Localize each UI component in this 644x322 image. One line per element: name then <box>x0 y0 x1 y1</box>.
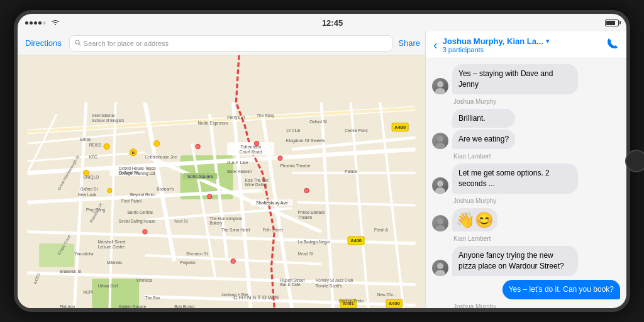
map-side: Directions Search for place or address S… <box>18 31 425 308</box>
svg-text:Sheraton St: Sheraton St <box>186 252 208 256</box>
svg-text:Bar & Cafe: Bar & Cafe <box>280 282 300 287</box>
sender-label: Joshua Murphy <box>453 197 620 204</box>
svg-text:Centre Point: Centre Point <box>345 128 367 133</box>
search-icon <box>75 40 81 47</box>
svg-point-0 <box>75 40 79 44</box>
svg-text:Palace: Palace <box>345 169 357 174</box>
svg-text:Ronnie Scott's: Ronnie Scott's <box>316 284 343 288</box>
svg-text:G.A.Y. Late: G.A.Y. Late <box>227 160 248 165</box>
message-group: 👋😊 <box>432 208 620 232</box>
svg-text:Marshall Street: Marshall Street <box>98 240 126 244</box>
svg-text:International: International <box>92 113 114 118</box>
chevron-down-icon: ▾ <box>546 37 550 45</box>
svg-text:Golden Square: Golden Square <box>118 304 146 308</box>
svg-text:Bob Bicard: Bob Bicard <box>174 304 194 308</box>
svg-text:R: R <box>131 150 135 155</box>
message-group: Let me get some options. 2 seconds ... <box>432 164 620 194</box>
svg-text:Urban Golf: Urban Golf <box>98 284 118 288</box>
svg-text:Shaftesbury Ave: Shaftesbury Ave <box>256 201 288 206</box>
message-row: Yes – staying with Dave and Jenny <box>432 64 620 94</box>
sender-label: Joshua Murphy <box>453 303 620 308</box>
message-group: Yes – let's do it. Can you book? <box>432 280 620 299</box>
svg-text:Rodizio Preto: Rodizio Preto <box>339 299 364 303</box>
svg-text:School of English: School of English <box>92 118 124 123</box>
svg-text:Kiss The Girl: Kiss The Girl <box>245 178 269 182</box>
svg-point-51 <box>104 143 109 149</box>
map-canvas[interactable]: Oxford St Tottenham Court Road Shaftesbu… <box>18 55 425 308</box>
message-bubble: Yes – staying with Dave and Jenny <box>452 64 578 94</box>
back-button[interactable]: ‹ <box>433 38 438 52</box>
svg-rect-4 <box>92 279 139 308</box>
svg-point-134 <box>435 143 445 149</box>
sender-label: Kian Lambert <box>453 235 620 242</box>
chat-header-info: Joshua Murphy, Kian La... ▾ 3 participan… <box>443 36 601 53</box>
home-button[interactable] <box>625 150 644 172</box>
svg-point-135 <box>437 180 443 187</box>
svg-text:Soho Square: Soho Square <box>187 174 213 179</box>
svg-text:Beyond Retro: Beyond Retro <box>130 192 155 197</box>
message-row: Anyone fancy trying the new pizza place … <box>432 246 620 276</box>
svg-text:Phoenix Theatre: Phoenix Theatre <box>280 164 310 168</box>
svg-text:New Look: New Look <box>78 192 97 197</box>
svg-point-58 <box>278 156 282 160</box>
svg-text:Prince Edward: Prince Edward <box>298 210 325 214</box>
svg-text:A400: A400 <box>350 238 362 243</box>
svg-text:Mildreds: Mildreds <box>107 260 123 265</box>
svg-text:Perry's Pl: Perry's Pl <box>227 115 245 120</box>
svg-text:Nude Espresso: Nude Espresso <box>198 121 228 126</box>
message-bubble: Let me get some options. 2 seconds ... <box>452 164 578 194</box>
svg-point-139 <box>437 263 443 269</box>
message-group: Brilliant. Are we eating? <box>432 109 620 150</box>
chat-participants-name: Joshua Murphy, Kian La... <box>443 36 543 46</box>
message-row: Let me get some options. 2 seconds ... <box>432 164 620 194</box>
message-row: Brilliant. Are we eating? <box>432 109 620 150</box>
svg-point-54 <box>108 188 112 192</box>
status-right <box>605 19 619 26</box>
directions-button[interactable]: Directions <box>23 37 64 49</box>
svg-text:10 Club: 10 Club <box>286 128 301 133</box>
signal-dots <box>25 21 46 25</box>
status-left <box>25 19 60 26</box>
svg-text:REISS: REISS <box>89 143 102 147</box>
svg-rect-5 <box>39 243 74 267</box>
svg-text:Raven St: Raven St <box>40 308 57 308</box>
avatar <box>432 260 448 276</box>
svg-text:Ethos: Ethos <box>80 137 91 142</box>
svg-line-1 <box>79 43 80 45</box>
svg-text:UNIQLO: UNIQLO <box>83 175 99 180</box>
message-bubble: Are we eating? <box>452 130 515 149</box>
wifi-icon <box>51 19 60 26</box>
svg-text:Wine Dating: Wine Dating <box>245 182 267 187</box>
svg-text:Frith Street: Frith Street <box>262 228 282 232</box>
svg-point-60 <box>143 230 147 234</box>
svg-text:Jackson + Rye: Jackson + Rye <box>221 292 248 297</box>
call-button[interactable] <box>606 37 619 53</box>
avatar <box>432 215 448 231</box>
svg-point-55 <box>196 144 200 148</box>
message-bubble: Anyone fancy trying the new pizza place … <box>452 246 578 276</box>
message-row: 👋😊 <box>432 208 620 232</box>
svg-text:College Training Ltd: College Training Ltd <box>118 171 155 176</box>
message-row-outgoing: Yes – let's do it. Can you book? <box>432 280 620 299</box>
message-bubble: Brilliant. <box>452 109 515 128</box>
avatar <box>432 177 448 194</box>
svg-point-140 <box>435 270 445 276</box>
sender-label: Kian Lambert <box>453 153 620 160</box>
svg-text:Polpetto: Polpetto <box>180 260 196 265</box>
svg-text:Barrio Central: Barrio Central <box>127 210 153 214</box>
svg-point-52 <box>153 141 159 147</box>
search-bar[interactable]: Search for place or address <box>69 35 394 52</box>
avatar <box>432 133 448 149</box>
battery-icon <box>605 19 619 26</box>
svg-text:La Bodega Negra: La Bodega Negra <box>298 240 331 245</box>
svg-text:Theatre: Theatre <box>298 215 313 219</box>
svg-point-61 <box>231 258 235 263</box>
message-bubble-emoji: 👋😊 <box>452 208 497 232</box>
svg-text:Leisure Centre: Leisure Centre <box>98 245 125 249</box>
svg-text:Tesco: Tesco <box>145 166 155 170</box>
map-toolbar: Directions Search for place or address S… <box>18 31 425 55</box>
svg-point-138 <box>435 225 445 231</box>
svg-text:NOPI: NOPI <box>83 290 93 294</box>
chat-panel: ‹ Joshua Murphy, Kian La... ▾ 3 particip… <box>425 31 626 308</box>
share-button[interactable]: Share <box>398 38 420 48</box>
